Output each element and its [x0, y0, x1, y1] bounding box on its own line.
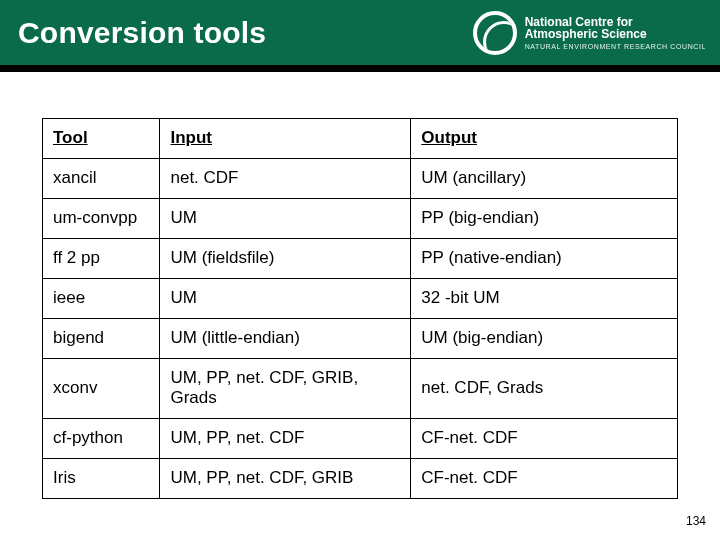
col-header-input: Input — [160, 119, 411, 159]
table-row: Iris UM, PP, net. CDF, GRIB CF-net. CDF — [43, 459, 678, 499]
cell-output: UM (big-endian) — [411, 319, 678, 359]
cell-input: UM, PP, net. CDF, GRIB — [160, 459, 411, 499]
cell-input: UM — [160, 199, 411, 239]
cell-tool: xancil — [43, 159, 160, 199]
org-name: National Centre for Atmospheric Science — [525, 16, 706, 41]
cell-input: UM, PP, net. CDF, GRIB, Grads — [160, 359, 411, 419]
org-logo: National Centre for Atmospheric Science … — [473, 11, 706, 55]
content-area: Tool Input Output xancil net. CDF UM (an… — [0, 72, 720, 499]
org-tagline: NATURAL ENVIRONMENT RESEARCH COUNCIL — [525, 43, 706, 50]
table-row: bigend UM (little-endian) UM (big-endian… — [43, 319, 678, 359]
slide: Conversion tools National Centre for Atm… — [0, 0, 720, 540]
cell-output: CF-net. CDF — [411, 459, 678, 499]
cell-tool: um-convpp — [43, 199, 160, 239]
cell-output: PP (big-endian) — [411, 199, 678, 239]
cell-input: UM, PP, net. CDF — [160, 419, 411, 459]
cell-tool: cf-python — [43, 419, 160, 459]
table-row: xconv UM, PP, net. CDF, GRIB, Grads net.… — [43, 359, 678, 419]
cell-input: UM — [160, 279, 411, 319]
col-header-tool: Tool — [43, 119, 160, 159]
table-row: ieee UM 32 -bit UM — [43, 279, 678, 319]
tools-table: Tool Input Output xancil net. CDF UM (an… — [42, 118, 678, 499]
cell-tool: xconv — [43, 359, 160, 419]
title-banner: Conversion tools National Centre for Atm… — [0, 0, 720, 72]
cell-input: UM (fieldsfile) — [160, 239, 411, 279]
cell-output: 32 -bit UM — [411, 279, 678, 319]
table-row: ff 2 pp UM (fieldsfile) PP (native-endia… — [43, 239, 678, 279]
cell-output: CF-net. CDF — [411, 419, 678, 459]
page-number: 134 — [686, 514, 706, 528]
cell-output: PP (native-endian) — [411, 239, 678, 279]
cell-output: UM (ancillary) — [411, 159, 678, 199]
cell-input: UM (little-endian) — [160, 319, 411, 359]
col-header-output: Output — [411, 119, 678, 159]
table-row: xancil net. CDF UM (ancillary) — [43, 159, 678, 199]
swirl-icon — [473, 11, 517, 55]
slide-title: Conversion tools — [18, 16, 266, 50]
cell-tool: Iris — [43, 459, 160, 499]
cell-tool: ieee — [43, 279, 160, 319]
cell-input: net. CDF — [160, 159, 411, 199]
org-logo-text: National Centre for Atmospheric Science … — [525, 16, 706, 51]
table-row: um-convpp UM PP (big-endian) — [43, 199, 678, 239]
cell-tool: ff 2 pp — [43, 239, 160, 279]
table-row: cf-python UM, PP, net. CDF CF-net. CDF — [43, 419, 678, 459]
table-header-row: Tool Input Output — [43, 119, 678, 159]
cell-output: net. CDF, Grads — [411, 359, 678, 419]
cell-tool: bigend — [43, 319, 160, 359]
